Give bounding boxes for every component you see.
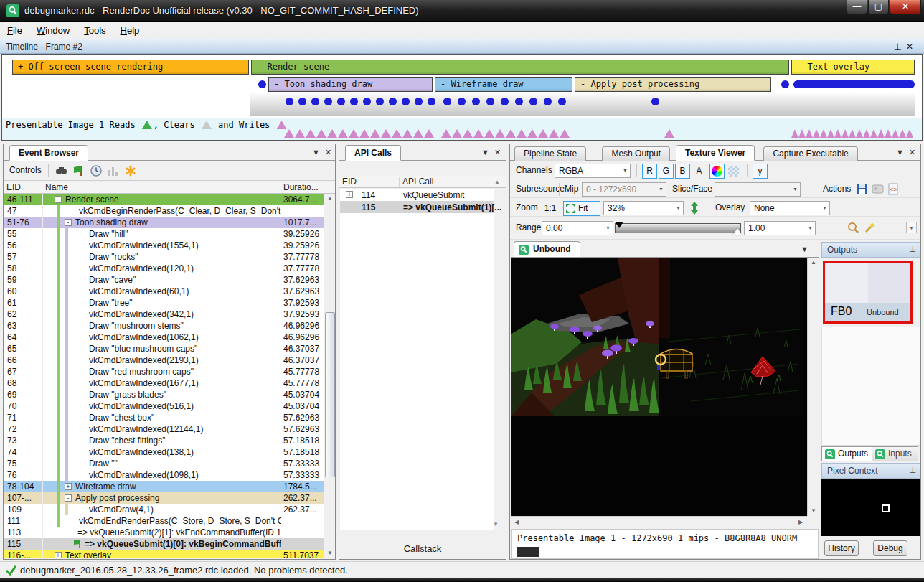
gamma-button[interactable]: γ (753, 164, 768, 179)
table-row[interactable]: 57Draw "rocks"37.77778 (4, 251, 324, 263)
zoom-fit-button[interactable]: Fit (563, 201, 600, 216)
write-marker-triangle[interactable] (870, 129, 877, 138)
flip-y-icon[interactable] (689, 202, 699, 215)
write-marker-triangle[interactable] (798, 129, 806, 138)
write-marker-triangle[interactable] (424, 129, 434, 138)
minimize-button[interactable]: — (847, 0, 867, 14)
timeline-event-dot[interactable] (311, 98, 319, 105)
channel-g-button[interactable]: G (659, 164, 674, 179)
write-marker-triangle[interactable] (856, 129, 863, 138)
write-marker-triangle[interactable] (906, 129, 913, 138)
timeline-event-dot[interactable] (363, 98, 371, 105)
menu-tools[interactable]: Tools (77, 22, 113, 39)
table-row[interactable]: 115=> vkQueueSubmit(1)[... (340, 201, 494, 213)
timeline-event-dot[interactable] (258, 80, 266, 88)
table-row[interactable]: 113=> vkQueueSubmit(2)[1]: vkEndCommandB… (4, 527, 324, 538)
zoom-range-icon[interactable] (847, 222, 860, 235)
timeline-caption[interactable]: Timeline - Frame #2 ⊥ ✕ (0, 39, 924, 54)
texture-vscrollbar[interactable]: ▲▼ (807, 258, 819, 516)
table-row[interactable]: 63Draw "mushroom stems"46.96296 (4, 320, 324, 332)
tab-capture-executable[interactable]: Capture Executable (763, 146, 857, 161)
find-icon[interactable] (55, 166, 67, 176)
timeline-event-dot[interactable] (458, 98, 466, 105)
timeline-event-dot[interactable] (558, 98, 566, 105)
menu-help[interactable]: Help (113, 22, 147, 39)
table-row[interactable]: 66vkCmdDrawIndexed(2193,1)46.37037 (4, 355, 324, 366)
table-row[interactable]: 46-111-Render scene3064.7... (4, 194, 324, 205)
table-row[interactable]: 74vkCmdDrawIndexed(138,1)57.18518 (4, 446, 324, 458)
autofit-wand-icon[interactable] (863, 222, 876, 235)
time-icon[interactable] (90, 165, 102, 177)
scroll-down-icon[interactable]: ▼ (493, 521, 499, 527)
write-marker-triangle[interactable] (306, 129, 316, 138)
timeline-event-capsule[interactable] (793, 80, 915, 88)
tree-expander[interactable]: - (55, 196, 62, 203)
range-max-field[interactable]: 1.00 (744, 221, 816, 235)
timeline-event-dot[interactable] (501, 98, 509, 105)
pin-icon[interactable]: ⊥ (894, 42, 901, 52)
timeline-marker-bar[interactable]: - Wireframe draw (435, 77, 572, 92)
tree-expander[interactable]: - (65, 219, 72, 226)
write-marker-triangle[interactable] (463, 129, 473, 138)
panel-close-icon[interactable]: ✕ (325, 148, 331, 157)
timeline-event-dot[interactable] (324, 98, 332, 105)
write-marker-triangle[interactable] (899, 129, 906, 138)
table-row[interactable]: 107-...-Apply post processing262.37... (4, 492, 324, 504)
write-marker-triangle[interactable] (863, 129, 870, 138)
write-marker-triangle[interactable] (327, 129, 337, 138)
table-row[interactable]: 51-76-Toon shading draw1017.7... (4, 217, 324, 228)
table-row[interactable]: 59Draw "cave"37.62963 (4, 274, 324, 286)
panel-close-icon[interactable]: ✕ (494, 148, 501, 157)
tab-api-calls[interactable]: API Calls (345, 145, 401, 161)
stats-icon[interactable] (108, 165, 119, 177)
channel-a-button[interactable]: A (692, 164, 707, 179)
table-row[interactable]: 68vkCmdDrawIndexed(1677,1)45.77778 (4, 377, 324, 389)
timeline-event-dot[interactable] (402, 98, 410, 105)
tree-expander[interactable]: + (55, 552, 62, 558)
panel-menu-icon[interactable]: ▼ (312, 148, 320, 156)
zoom-1-1-button[interactable]: 1:1 (540, 201, 560, 216)
timeline-event-dot[interactable] (515, 98, 523, 105)
close-button[interactable]: ✕ (890, 0, 921, 14)
write-marker-triangle[interactable] (842, 129, 849, 138)
timeline-event-dot[interactable] (781, 80, 789, 88)
write-marker-triangle[interactable] (806, 129, 813, 138)
channels-dropdown[interactable]: RGBA (555, 164, 631, 178)
write-marker-triangle[interactable] (284, 129, 294, 138)
texture-hscrollbar[interactable]: ◀ ▶ (512, 516, 807, 527)
tab-mesh-output[interactable]: Mesh Output (602, 146, 670, 161)
table-row[interactable]: 75Draw ""57.33333 (4, 458, 324, 469)
fb0-thumbnail[interactable]: FB0 Unbound (823, 261, 913, 324)
timeline-event-dot[interactable] (350, 98, 358, 105)
table-row[interactable]: 58vkCmdDrawIndexed(120,1)37.77778 (4, 263, 324, 274)
tab-inputs[interactable]: Inputs (872, 446, 918, 461)
write-marker-triangle[interactable] (413, 129, 423, 138)
write-marker-triangle[interactable] (316, 129, 326, 138)
mip-dropdown[interactable]: 0 - 1272x690 (582, 182, 666, 197)
table-row[interactable]: 111vkCmdEndRenderPass(C=Store, D=Store, … (4, 515, 324, 527)
link-icon[interactable] (872, 183, 884, 195)
history-button[interactable]: History (824, 540, 859, 556)
menu-file[interactable]: File (0, 22, 29, 39)
maximize-button[interactable]: ▢ (868, 0, 889, 14)
timeline-event-dot[interactable] (376, 98, 384, 105)
write-marker-triangle[interactable] (495, 129, 505, 138)
timeline-event-dot[interactable] (529, 98, 537, 105)
timeline-marker-bar[interactable]: + Off-screen scene rendering (12, 60, 249, 75)
tree-expander[interactable]: + (65, 483, 72, 490)
write-marker-triangle[interactable] (484, 129, 494, 138)
timeline-event-dot[interactable] (472, 98, 480, 105)
pin-icon[interactable]: ⊥ (909, 245, 916, 254)
write-marker-triangle[interactable] (506, 129, 516, 138)
menu-window[interactable]: Window (29, 22, 77, 39)
table-row[interactable]: 78-104+Wireframe draw1784.5... (4, 481, 324, 492)
write-marker-triangle[interactable] (813, 129, 820, 138)
write-marker-triangle[interactable] (549, 129, 559, 138)
table-row[interactable]: 71Draw "chest box"57.62963 (4, 412, 324, 423)
write-marker-triangle[interactable] (517, 129, 527, 138)
write-marker-triangle[interactable] (877, 129, 885, 138)
write-marker-triangle[interactable] (295, 129, 305, 138)
table-row[interactable]: 55Draw "hill"39.25926 (4, 228, 324, 240)
channel-r-button[interactable]: R (642, 164, 657, 179)
write-marker-triangle[interactable] (381, 129, 391, 138)
